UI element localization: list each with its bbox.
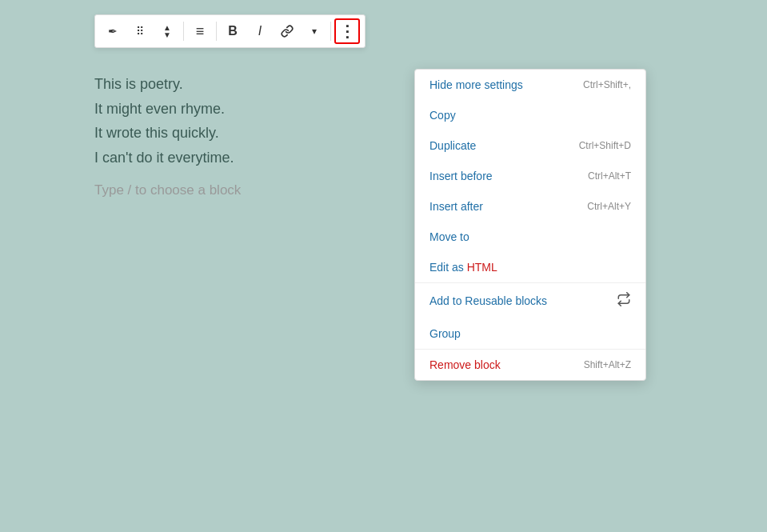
editor-content: This is poetry. It might even rhyme. It …	[94, 72, 241, 202]
bold-button[interactable]: B	[220, 18, 246, 44]
divider-2	[216, 22, 217, 41]
move-button[interactable]: ▲▼	[154, 18, 180, 44]
group-item[interactable]: Group	[415, 318, 645, 349]
poem-line-2: It might even rhyme.	[94, 97, 241, 122]
copy-label: Copy	[429, 109, 456, 122]
insert-before-label: Insert before	[429, 170, 493, 182]
block-toolbar: ✒ ⠿ ▲▼ ≡ B I ▾ ⋮	[94, 14, 366, 48]
edit-as-html-label: Edit as HTML	[429, 261, 497, 274]
divider-1	[183, 22, 184, 41]
hide-more-settings-shortcut: Ctrl+Shift+,	[583, 79, 631, 90]
group-label: Group	[429, 327, 461, 340]
hide-more-settings-item[interactable]: Hide more settings Ctrl+Shift+,	[415, 70, 645, 100]
duplicate-label: Duplicate	[429, 139, 476, 152]
html-span: HTML	[467, 261, 497, 274]
remove-block-item[interactable]: Remove block Shift+Alt+Z	[415, 350, 645, 380]
duplicate-shortcut: Ctrl+Shift+D	[579, 140, 631, 151]
poem-line-4: I can't do it everytime.	[94, 146, 241, 170]
duplicate-item[interactable]: Duplicate Ctrl+Shift+D	[415, 130, 645, 161]
remove-block-shortcut: Shift+Alt+Z	[584, 359, 631, 370]
copy-item[interactable]: Copy	[415, 100, 645, 130]
italic-button[interactable]: I	[247, 18, 273, 44]
hide-more-settings-label: Hide more settings	[429, 78, 523, 91]
feather-button[interactable]: ✒	[100, 18, 126, 44]
poem-line-1: This is poetry.	[94, 72, 241, 97]
menu-section-2: Add to Reusable blocks Group	[415, 283, 645, 350]
add-reusable-blocks-item[interactable]: Add to Reusable blocks	[415, 283, 645, 318]
more-options-button[interactable]: ⋮	[334, 18, 360, 44]
drag-handle-button[interactable]: ⠿	[127, 18, 153, 44]
move-to-label: Move to	[429, 230, 469, 243]
move-to-item[interactable]: Move to	[415, 222, 645, 252]
insert-before-shortcut: Ctrl+Alt+T	[588, 170, 631, 182]
insert-after-label: Insert after	[429, 200, 483, 213]
block-placeholder[interactable]: Type / to choose a block	[94, 179, 241, 202]
link-button[interactable]	[274, 18, 300, 44]
poem-line-3: It wrote this quickly.	[94, 121, 241, 146]
reusable-icon	[617, 292, 631, 310]
remove-block-label: Remove block	[429, 358, 501, 371]
insert-after-item[interactable]: Insert after Ctrl+Alt+Y	[415, 191, 645, 222]
context-menu: Hide more settings Ctrl+Shift+, Copy Dup…	[414, 69, 646, 381]
align-button[interactable]: ≡	[187, 18, 213, 44]
divider-3	[330, 22, 331, 41]
menu-section-1: Hide more settings Ctrl+Shift+, Copy Dup…	[415, 70, 645, 283]
insert-after-shortcut: Ctrl+Alt+Y	[587, 201, 631, 212]
menu-section-3: Remove block Shift+Alt+Z	[415, 350, 645, 380]
insert-before-item[interactable]: Insert before Ctrl+Alt+T	[415, 161, 645, 191]
add-reusable-blocks-label: Add to Reusable blocks	[429, 294, 547, 307]
more-link-button[interactable]: ▾	[302, 18, 327, 44]
edit-as-html-item[interactable]: Edit as HTML	[415, 252, 645, 282]
